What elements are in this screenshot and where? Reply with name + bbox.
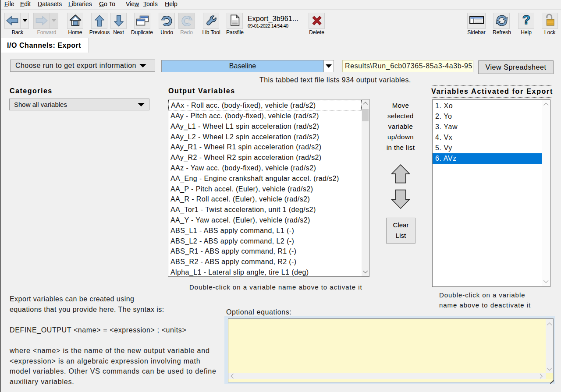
- svg-text:?: ?: [522, 14, 530, 27]
